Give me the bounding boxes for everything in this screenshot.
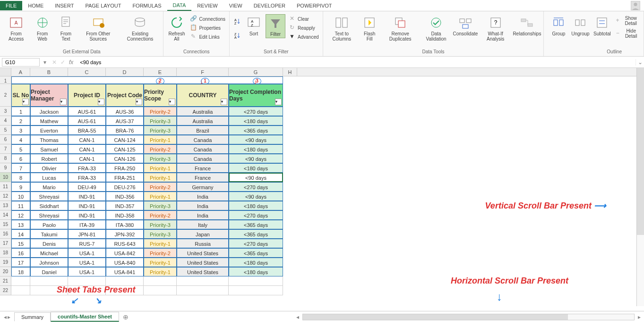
cell-pid[interactable]: IND-91 (68, 192, 106, 201)
ungroup-button[interactable]: Ungroup (570, 14, 590, 37)
filter-button[interactable]: Filter (266, 14, 285, 38)
row-header[interactable]: 5 (0, 125, 11, 135)
flash-fill-button[interactable]: Flash Fill (360, 14, 379, 42)
cell-completion[interactable]: <180 days (229, 201, 283, 210)
cell-completion[interactable]: <365 days (229, 229, 283, 239)
data-validation-button[interactable]: Data Validation (421, 14, 451, 42)
group-button[interactable]: Group (549, 14, 568, 37)
cell-code[interactable]: FRA-251 (106, 173, 144, 182)
cell-pm[interactable]: Daniel (30, 267, 68, 276)
col-header-a[interactable]: A (11, 68, 30, 76)
clear-button[interactable]: ✕Clear (287, 14, 319, 23)
cell-priority[interactable]: Priority-1 (144, 163, 177, 173)
existing-connections-button[interactable]: Existing Connections (120, 14, 161, 42)
cell-pm[interactable]: Robert (30, 154, 68, 163)
cell-sl[interactable]: 9 (11, 182, 30, 192)
th-country[interactable]: COUNTRY▾↓ (177, 84, 229, 107)
edit-links-button[interactable]: ✎Edit Links (189, 32, 226, 41)
refresh-all-button[interactable]: Refresh All (166, 14, 187, 42)
cell-priority[interactable]: Priority-3 (144, 201, 177, 210)
cell-pm[interactable]: Shreyasi (30, 192, 68, 201)
advanced-button[interactable]: ▼Advanced (287, 32, 319, 41)
cell-code[interactable]: USA-842 (106, 248, 144, 258)
filter-dropdown-icon[interactable]: ▾ (98, 99, 104, 105)
subtotal-button[interactable]: Subtotal (592, 14, 612, 37)
cell-sl[interactable]: 4 (11, 135, 30, 144)
row-header[interactable]: 18 (0, 248, 11, 258)
cell-sl[interactable]: 16 (11, 248, 30, 258)
user-icon[interactable] (631, 1, 640, 10)
sheet-nav-first-icon[interactable]: ◂ (4, 314, 7, 320)
filter-dropdown-icon[interactable]: ▾ (221, 99, 227, 105)
cell-code[interactable]: DEU-276 (106, 182, 144, 192)
filter-dropdown-icon[interactable]: ▾ (60, 99, 67, 105)
cell-country[interactable]: United States (177, 267, 229, 276)
cell[interactable] (177, 276, 229, 286)
cell-pm[interactable]: Everton (30, 125, 68, 135)
cell-country[interactable]: Brazil (177, 125, 229, 135)
cell-completion[interactable]: <270 days (229, 239, 283, 248)
cell-completion[interactable]: <365 days (229, 248, 283, 258)
row-header[interactable]: 1 (0, 76, 11, 84)
cell-sl[interactable]: 2 (11, 116, 30, 125)
row-header[interactable]: 12 (0, 192, 11, 201)
row-header[interactable]: 8 (0, 154, 11, 163)
tab-formulas[interactable]: FORMULAS (127, 1, 167, 10)
cell-code[interactable]: CAN-124 (106, 135, 144, 144)
cell[interactable] (144, 276, 177, 286)
cell-priority[interactable]: Priority-2 (144, 144, 177, 154)
cell-sl[interactable]: 5 (11, 144, 30, 154)
col-header-e[interactable]: E (144, 68, 177, 76)
cell-code[interactable]: AUS-37 (106, 116, 144, 125)
cell-code[interactable]: JPN-392 (106, 229, 144, 239)
row-header[interactable]: 10 (0, 173, 11, 182)
properties-button[interactable]: 📋Properties (189, 23, 226, 32)
col-header-f[interactable]: F (177, 68, 229, 76)
cell-country[interactable]: Russia (177, 239, 229, 248)
cell[interactable] (229, 276, 283, 286)
cell-priority[interactable]: Priority-2 (144, 210, 177, 220)
cell-pm[interactable]: Thomas (30, 135, 68, 144)
enter-icon[interactable]: ✓ (60, 59, 65, 66)
cell-pid[interactable]: ITA-39 (68, 220, 106, 229)
select-all-corner[interactable] (0, 68, 11, 76)
tab-powerpivot[interactable]: POWERPIVOT (291, 1, 338, 10)
fx-icon[interactable]: fx (69, 59, 73, 66)
cell-pid[interactable]: USA-1 (68, 258, 106, 267)
cell-country[interactable]: India (177, 201, 229, 210)
cell-pm[interactable]: Mathew (30, 116, 68, 125)
cell-sl[interactable]: 7 (11, 163, 30, 173)
cell-priority[interactable]: Priority-1 (144, 173, 177, 182)
cell-completion[interactable]: <270 days (229, 182, 283, 192)
cell-pid[interactable]: AUS-61 (68, 107, 106, 116)
cancel-icon[interactable]: ✕ (52, 59, 57, 66)
cell-pm[interactable]: Mario (30, 182, 68, 192)
cell-priority[interactable]: Priority-3 (144, 125, 177, 135)
col-header-d[interactable]: D (106, 68, 144, 76)
cell-priority[interactable]: Priority-2 (144, 182, 177, 192)
cell-sl[interactable]: 8 (11, 173, 30, 182)
cell-priority[interactable]: Priority-2 (144, 107, 177, 116)
row-header[interactable]: 14 (0, 210, 11, 220)
cell-country[interactable]: France (177, 173, 229, 182)
cell-pid[interactable]: FRA-33 (68, 173, 106, 182)
row-header[interactable]: 16 (0, 229, 11, 239)
cell[interactable] (144, 286, 177, 295)
reapply-button[interactable]: ↻Reapply (287, 23, 319, 32)
cell-sl[interactable]: 14 (11, 229, 30, 239)
cell-pid[interactable]: IND-91 (68, 210, 106, 220)
cell-code[interactable]: CAN-125 (106, 144, 144, 154)
row-header[interactable]: 3 (0, 107, 11, 116)
cell-priority[interactable]: Priority-1 (144, 239, 177, 248)
cell-code[interactable]: IND-358 (106, 210, 144, 220)
th-pid[interactable]: Project ID▾ (68, 84, 106, 107)
horizontal-scrollbar[interactable]: ◂ ▸ (302, 314, 635, 320)
th-pcode[interactable]: Project Code▾ (106, 84, 144, 107)
row-header[interactable]: 9 (0, 163, 11, 173)
cell-pid[interactable]: AUS-61 (68, 116, 106, 125)
cell-pm[interactable]: Michael (30, 248, 68, 258)
row-header[interactable]: 15 (0, 220, 11, 229)
tab-data[interactable]: DATA (167, 0, 192, 11)
cell-priority[interactable]: Priority-3 (144, 116, 177, 125)
cell[interactable] (11, 276, 30, 286)
